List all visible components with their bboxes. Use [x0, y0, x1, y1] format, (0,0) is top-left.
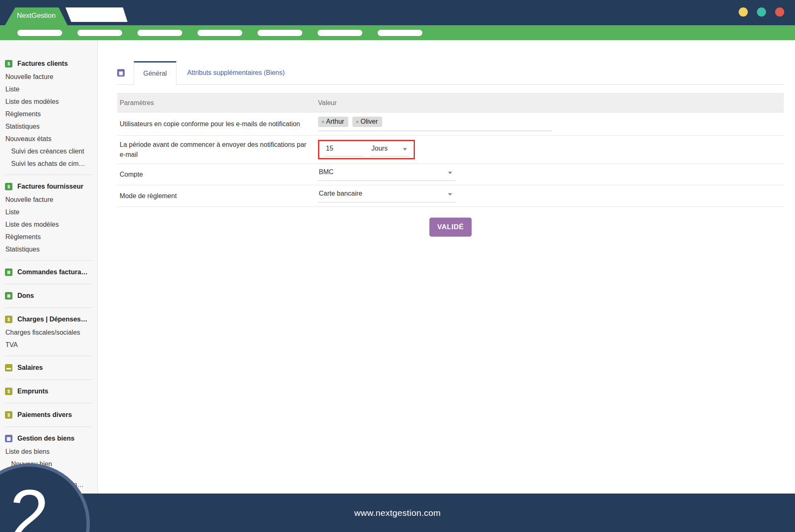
sidebar-item-liste[interactable]: Liste [5, 83, 97, 96]
chevron-down-icon [448, 193, 452, 196]
yellow-dot-icon[interactable] [739, 7, 748, 17]
remove-tag-icon[interactable]: × [356, 119, 359, 125]
footer-url: www.nextgestion.com [354, 508, 441, 518]
compte-select[interactable]: BMC [318, 168, 455, 181]
section-title: Paiements divers [17, 411, 72, 419]
brand-name: NextGestion [17, 12, 56, 20]
sidebar-divider [5, 284, 92, 284]
table-row: Mode de règlement Carte bancaire [117, 185, 784, 207]
period-value-input[interactable]: 15 [324, 144, 364, 156]
sidebar-section-factures-fournisseur[interactable]: $ Factures fournisseur [5, 180, 97, 194]
nav-pill-1[interactable] [17, 30, 62, 36]
banknote-icon: $ [5, 316, 12, 323]
brand-logo: NextGestion [5, 7, 67, 25]
nav-pill-5[interactable] [258, 30, 302, 36]
invoice-dollar-icon: $ [5, 183, 12, 190]
sidebar-item-charges-fiscales-sociales[interactable]: Charges fiscales/sociales [5, 326, 97, 339]
user-tag-oliver: ×Oliver [352, 117, 382, 127]
user-tag-arthur: ×Arthur [318, 117, 348, 127]
sidebar-item-suivi-achats-cim[interactable]: Suivi les achats de cim… [5, 158, 97, 170]
nav-pill-2[interactable] [77, 30, 122, 36]
table-row: Utilisateurs en copie conforme pour les … [117, 113, 784, 136]
chevron-down-icon [403, 148, 407, 151]
remove-tag-icon[interactable]: × [321, 119, 325, 125]
teal-dot-icon[interactable] [757, 7, 766, 17]
tab-attributs-supplementaires[interactable]: Attributs supplémentaires (Biens) [176, 61, 296, 84]
highlight-red-box: 15 Jours [318, 140, 415, 159]
nav-pill-7[interactable] [378, 30, 422, 36]
main-content: ▦ Général Attributs supplémentaires (Bie… [98, 40, 795, 494]
sidebar-item-liste-des-modeles[interactable]: Liste des modèles [5, 96, 97, 108]
sidebar-section-charges-depenses[interactable]: $ Charges | Dépenses… [5, 312, 97, 326]
column-valeur: Valeur [318, 99, 784, 107]
sidebar-item-statistiques[interactable]: Statistiques [5, 120, 97, 133]
order-document-icon: ≣ [5, 268, 12, 276]
param-label-compte: Compte [120, 170, 310, 179]
param-label-notification-period: La période avant de commencer à envoyer … [120, 140, 310, 159]
sidebar-item-nouvelle-facture-fournisseur[interactable]: Nouvelle facture [5, 194, 97, 206]
tab-general[interactable]: Général [134, 61, 176, 85]
param-label-mode-reglement: Mode de règlement [120, 191, 310, 201]
sidebar-item-liste-modeles-fournisseur[interactable]: Liste des modèles [5, 218, 97, 231]
red-dot-icon[interactable] [775, 7, 784, 17]
column-parametres: Paramètres [120, 99, 318, 107]
nav-pill-3[interactable] [137, 30, 182, 36]
sidebar-divider [5, 427, 92, 427]
table-row: Compte BMC [117, 164, 784, 185]
tabs-strip: ▦ Général Attributs supplémentaires (Bie… [117, 61, 784, 85]
top-bar: NextGestion [0, 0, 795, 25]
sidebar-item-nouveaux-etats[interactable]: Nouveaux états [5, 133, 97, 145]
table-row: La période avant de commencer à envoyer … [117, 136, 784, 164]
section-title: Dons [17, 292, 34, 300]
sidebar-item-reglements[interactable]: Règlements [5, 108, 97, 120]
section-title: Factures fournisseur [17, 183, 83, 190]
cc-users-tag-input[interactable]: ×Arthur ×Oliver [318, 117, 552, 131]
sidebar-section-factures-clients[interactable]: $ Factures clients [5, 57, 97, 71]
sidebar-item-liste-des-biens[interactable]: Liste des biens [5, 446, 97, 458]
sidebar-section-commandes-facturables[interactable]: ≣ Commandes factura… [5, 265, 97, 279]
table-header: Paramètres Valeur [117, 93, 784, 113]
section-title: Commandes factura… [17, 268, 88, 276]
footer-bar: www.nextgestion.com [0, 494, 795, 532]
sidebar-divider [5, 356, 92, 356]
invoice-dollar-icon: $ [5, 60, 12, 67]
brand-slash-decoration [65, 7, 128, 22]
sidebar-section-dons[interactable]: ≣ Dons [5, 289, 97, 303]
sidebar-item-suivi-creances-client[interactable]: Suivi des créances client [5, 145, 97, 158]
banknote-icon: $ [5, 388, 12, 395]
nav-pill-6[interactable] [318, 30, 362, 36]
parameters-table: Paramètres Valeur Utilisateurs en copie … [117, 93, 784, 207]
sidebar-section-gestion-des-biens[interactable]: ▦ Gestion des biens [5, 431, 97, 446]
section-title: Gestion des biens [17, 435, 75, 442]
building-icon: ▦ [5, 435, 12, 442]
section-title: Salaires [17, 364, 43, 371]
sidebar-section-paiements-divers[interactable]: $ Paiements divers [5, 408, 97, 422]
mode-reglement-select[interactable]: Carte bancaire [318, 189, 455, 202]
banknote-icon: $ [5, 411, 12, 419]
sidebar: $ Factures clients Nouvelle facture List… [0, 40, 98, 494]
sidebar-section-salaires[interactable]: ▬ Salaires [5, 361, 97, 375]
section-title: Factures clients [17, 60, 68, 67]
sidebar-item-reglements-fournisseur[interactable]: Règlements [5, 231, 97, 243]
chevron-down-icon [448, 172, 452, 174]
sidebar-item-nouvelle-facture[interactable]: Nouvelle facture [5, 71, 97, 83]
window-controls [739, 7, 784, 17]
sidebar-item-tva[interactable]: TVA [5, 339, 97, 351]
sidebar-divider [5, 379, 92, 380]
section-title: Charges | Dépenses… [17, 316, 87, 323]
sidebar-divider [5, 175, 92, 175]
sidebar-divider [5, 307, 92, 308]
main-nav-bar [0, 25, 795, 40]
period-unit-select[interactable]: Jours [370, 144, 409, 156]
sidebar-section-emprunts[interactable]: $ Emprunts [5, 384, 97, 398]
sidebar-divider [5, 403, 92, 403]
page-number: 2 [10, 479, 49, 532]
valide-button[interactable]: VALIDÉ [429, 218, 472, 237]
building-icon: ▦ [117, 69, 125, 77]
param-label-cc-users: Utilisateurs en copie conforme pour les … [120, 119, 310, 129]
sidebar-item-statistiques-fournisseur[interactable]: Statistiques [5, 243, 97, 256]
donation-file-icon: ≣ [5, 292, 12, 300]
wallet-icon: ▬ [5, 364, 12, 371]
nav-pill-4[interactable] [198, 30, 242, 36]
sidebar-item-liste-fournisseur[interactable]: Liste [5, 206, 97, 218]
